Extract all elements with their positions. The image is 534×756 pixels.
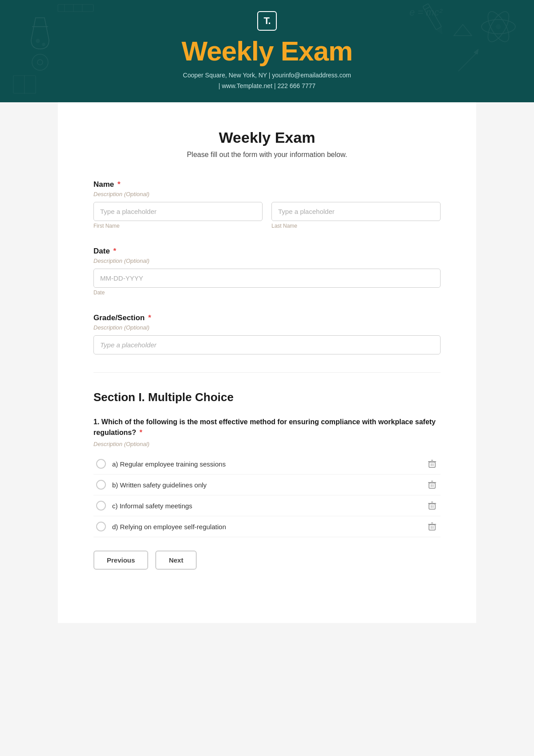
question-1-group: 1. Which of the following is the most ef… [93,417,441,570]
date-description: Description (Optional) [93,257,441,264]
header-subtitle: Cooper Square, New York, NY | yourinfo@e… [183,70,351,92]
last-name-col: Last Name [271,202,441,229]
svg-point-4 [37,60,43,65]
svg-line-18 [458,53,476,71]
svg-rect-5 [58,4,93,12]
name-two-col: First Name Last Name [93,202,441,229]
previous-button[interactable]: Previous [93,551,148,570]
svg-point-15 [496,24,501,29]
svg-rect-22 [429,462,435,467]
delete-b-icon[interactable] [426,479,438,491]
last-name-sublabel: Last Name [271,223,441,229]
section-multiple-choice: Section I. Multiple Choice 1. Which of t… [93,390,441,570]
question-1-description: Description (Optional) [93,441,441,447]
name-description: Description (Optional) [93,191,441,197]
question-1-options: a) Regular employee training sessions [93,454,441,537]
option-a-label: a) Regular employee training sessions [112,460,226,468]
svg-point-3 [32,54,48,70]
first-name-sublabel: First Name [93,223,263,229]
option-d-row: d) Relying on employee self-regulation [93,516,441,537]
svg-rect-32 [429,504,435,509]
grade-section-label: Grade/Section * [93,314,441,322]
grade-section-input[interactable] [93,335,441,354]
delete-c-icon[interactable] [426,500,438,511]
name-required-star: * [115,180,120,189]
main-content: Weekly Exam Please fill out the form wit… [58,102,476,623]
first-name-input[interactable] [93,202,263,221]
svg-marker-19 [474,49,478,54]
date-field-group: Date * Description (Optional) Date [93,247,441,296]
svg-rect-27 [429,483,435,488]
first-name-col: First Name [93,202,263,229]
radio-a[interactable] [96,459,106,469]
last-name-input[interactable] [271,202,441,221]
page-header: e = mc² T. Weekly Exam Cooper Square, Ne… [0,0,534,102]
option-b-label: b) Written safety guidelines only [112,481,206,489]
svg-text:e = mc²: e = mc² [409,7,443,18]
option-c-row: c) Informal safety meetings [93,495,441,516]
svg-point-2 [42,43,45,46]
section-heading: Section I. Multiple Choice [93,390,441,404]
bottom-buttons: Previous Next [93,551,441,570]
grade-section-field-group: Grade/Section * Description (Optional) [93,314,441,354]
name-label: Name * [93,180,441,189]
header-title: Weekly Exam [182,35,352,67]
form-subtitle: Please fill out the form with your infor… [93,151,441,159]
logo-text: T. [263,15,270,27]
svg-rect-37 [429,525,435,530]
delete-d-icon[interactable] [426,521,438,532]
radio-d[interactable] [96,522,106,531]
date-label: Date * [93,247,441,256]
radio-c[interactable] [96,501,106,511]
date-input[interactable] [93,269,441,288]
date-sublabel: Date [93,290,441,296]
grade-section-description: Description (Optional) [93,324,441,331]
svg-marker-10 [436,27,445,36]
option-b-row: b) Written safety guidelines only [93,475,441,495]
question-1-title: 1. Which of the following is the most ef… [93,417,441,438]
grade-required-star: * [146,314,151,322]
section-divider [93,372,441,373]
option-c-label: c) Informal safety meetings [112,502,192,510]
name-field-group: Name * Description (Optional) First Name… [93,180,441,229]
svg-marker-17 [454,24,472,36]
logo-box: T. [257,11,277,31]
next-button[interactable]: Next [155,551,197,570]
svg-point-1 [36,39,40,43]
radio-b[interactable] [96,480,106,490]
question-1-required-star: * [139,429,142,436]
option-d-label: d) Relying on employee self-regulation [112,523,226,531]
option-a-row: a) Regular employee training sessions [93,454,441,475]
delete-a-icon[interactable] [426,458,438,470]
form-title: Weekly Exam [93,129,441,146]
date-required-star: * [111,247,116,255]
